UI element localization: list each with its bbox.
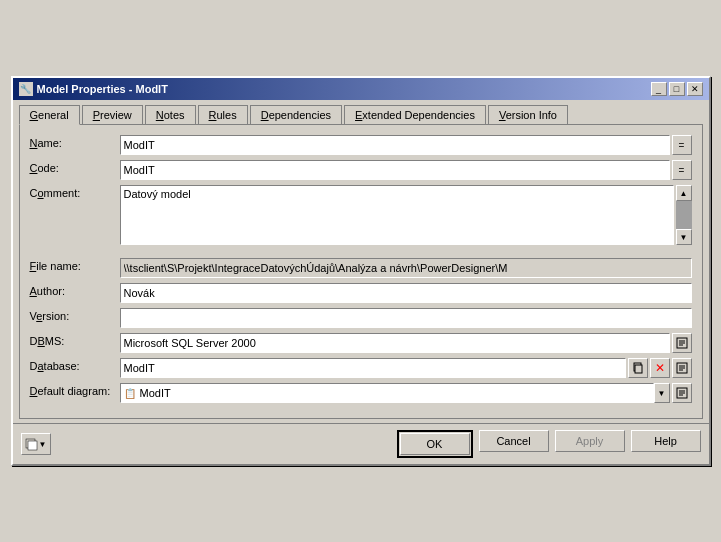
database-copy-button[interactable] [628, 358, 648, 378]
comment-row: Comment: Datový model ▲ ▼ [30, 185, 692, 245]
diagram-icon: 📋 [124, 388, 136, 399]
help-button[interactable]: Help [631, 430, 701, 452]
tab-dependencies[interactable]: Dependencies [250, 105, 342, 125]
scroll-up-button[interactable]: ▲ [676, 185, 692, 201]
ok-button-outer: OK [397, 430, 473, 458]
tab-general[interactable]: General [19, 105, 80, 125]
tab-bar: General Preview Notes Rules Dependencies… [13, 100, 709, 124]
bottom-left: ▼ [21, 433, 51, 455]
bottom-bar: ▼ OK Cancel Apply Help [13, 423, 709, 464]
comment-label: Comment: [30, 185, 120, 199]
title-bar-left: 🔧 Model Properties - ModIT [19, 82, 168, 96]
database-input[interactable] [120, 358, 626, 378]
database-browse-button[interactable] [672, 358, 692, 378]
svg-rect-5 [635, 365, 642, 373]
menu-button[interactable]: ▼ [21, 433, 51, 455]
dbms-browse-button[interactable] [672, 333, 692, 353]
version-row: Version: [30, 308, 692, 328]
dbms-browse-icon [676, 337, 688, 349]
default-diagram-browse-button[interactable] [672, 383, 692, 403]
dbms-label: DBMS: [30, 333, 120, 347]
version-input[interactable] [120, 308, 692, 328]
code-input[interactable] [120, 160, 670, 180]
code-equals-button[interactable]: = [672, 160, 692, 180]
author-label: Author: [30, 283, 120, 297]
model-properties-window: 🔧 Model Properties - ModIT _ □ ✕ General… [11, 76, 711, 466]
tab-notes[interactable]: Notes [145, 105, 196, 125]
filename-input[interactable] [120, 258, 692, 278]
tab-preview[interactable]: Preview [82, 105, 143, 125]
minimize-button[interactable]: _ [651, 82, 667, 96]
default-diagram-dropdown-button[interactable]: ▼ [654, 383, 670, 403]
database-copy-icon [632, 362, 644, 374]
title-buttons: _ □ ✕ [651, 82, 703, 96]
ok-button[interactable]: OK [400, 433, 470, 455]
tab-rules[interactable]: Rules [198, 105, 248, 125]
bottom-buttons: OK Cancel Apply Help [397, 430, 701, 458]
name-input[interactable] [120, 135, 670, 155]
comment-input[interactable]: Datový model [120, 185, 674, 245]
default-diagram-label: Default diagram: [30, 383, 120, 397]
comment-scrollbar: ▲ ▼ [676, 185, 692, 245]
version-label: Version: [30, 308, 120, 322]
title-bar: 🔧 Model Properties - ModIT _ □ ✕ [13, 78, 709, 100]
name-equals-button[interactable]: = [672, 135, 692, 155]
database-delete-button[interactable]: ✕ [650, 358, 670, 378]
author-row: Author: [30, 283, 692, 303]
default-diagram-row: Default diagram: 📋 ModIT ▼ [30, 383, 692, 403]
window-title: Model Properties - ModIT [37, 83, 168, 95]
database-row: Database: ✕ [30, 358, 692, 378]
code-label: Code: [30, 160, 120, 174]
filename-row: File name: [30, 258, 692, 278]
window-icon: 🔧 [19, 82, 33, 96]
filename-label: File name: [30, 258, 120, 272]
tab-extended-dependencies[interactable]: Extended Dependencies [344, 105, 486, 125]
cancel-button[interactable]: Cancel [479, 430, 549, 452]
menu-icon [25, 437, 39, 451]
default-diagram-value: ModIT [140, 387, 171, 399]
apply-button[interactable]: Apply [555, 430, 625, 452]
scroll-down-button[interactable]: ▼ [676, 229, 692, 245]
menu-dropdown-arrow: ▼ [39, 440, 47, 449]
content-area: Name: = Code: = Comment: Datový model ▲ … [19, 124, 703, 419]
code-row: Code: = [30, 160, 692, 180]
database-browse-icon [676, 362, 688, 374]
maximize-button[interactable]: □ [669, 82, 685, 96]
dbms-row: DBMS: [30, 333, 692, 353]
name-label: Name: [30, 135, 120, 149]
tab-version-info[interactable]: Version Info [488, 105, 568, 125]
svg-rect-15 [28, 441, 37, 450]
name-row: Name: = [30, 135, 692, 155]
scroll-track [676, 201, 692, 229]
close-button[interactable]: ✕ [687, 82, 703, 96]
default-diagram-browse-icon [676, 387, 688, 399]
dbms-input[interactable] [120, 333, 670, 353]
author-input[interactable] [120, 283, 692, 303]
database-label: Database: [30, 358, 120, 372]
default-diagram-display: 📋 ModIT [120, 383, 654, 403]
